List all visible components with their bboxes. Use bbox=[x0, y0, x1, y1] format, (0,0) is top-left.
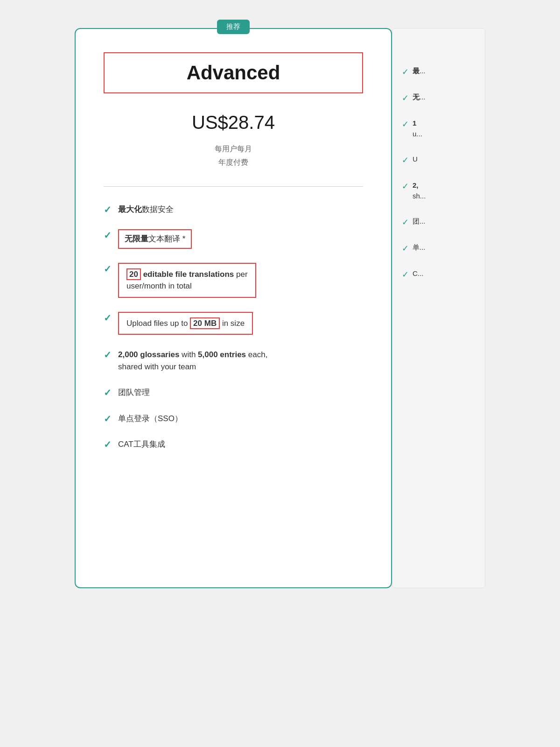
side-card-right: ✓ 最... ✓ 无... ✓ 1u... ✓ U ✓ 2,sh... ✓ 团.… bbox=[392, 28, 485, 588]
side-feature-8: ✓ C... bbox=[402, 268, 476, 280]
price-note-line2: 年度付费 bbox=[218, 158, 248, 166]
side-feature-text-1: 最... bbox=[413, 66, 426, 77]
side-check-5: ✓ bbox=[402, 181, 409, 191]
side-check-3: ✓ bbox=[402, 119, 409, 129]
side-feature-1: ✓ 最... bbox=[402, 66, 476, 77]
feature-text-cat: CAT工具集成 bbox=[118, 438, 165, 451]
price-note: 每用户每月 年度付费 bbox=[104, 142, 363, 169]
side-check-7: ✓ bbox=[402, 243, 409, 254]
price: US$28.74 bbox=[104, 112, 363, 133]
feature-item-upload: ✓ Upload files up to 20 MB in size bbox=[104, 312, 363, 335]
side-feature-text-7: 单... bbox=[413, 242, 426, 253]
features-list: ✓ 最大化数据安全 ✓ 无限量文本翻译 * ✓ 20 editab bbox=[104, 204, 363, 451]
side-feature-text-6: 团... bbox=[413, 216, 426, 227]
price-note-line1: 每用户每月 bbox=[215, 145, 252, 153]
plan-title: Advanced bbox=[123, 62, 343, 84]
check-icon-data-security: ✓ bbox=[104, 204, 112, 215]
feature-item-glossaries: ✓ 2,000 glossaries with 5,000 entries ea… bbox=[104, 349, 363, 373]
feature-bold-glossaries: 2,000 glossaries bbox=[118, 350, 179, 359]
feature-text-data-security: 最大化数据安全 bbox=[118, 204, 174, 216]
feature-item-sso: ✓ 单点登录（SSO） bbox=[104, 413, 363, 425]
check-icon-glossaries: ✓ bbox=[104, 349, 112, 360]
feature-bold-entries: 5,000 entries bbox=[198, 350, 246, 359]
side-check-2: ✓ bbox=[402, 93, 409, 103]
feature-item-file-translations: ✓ 20 editable file translations peruser/… bbox=[104, 263, 363, 298]
feature-bold-editable: editable file translations bbox=[141, 270, 234, 279]
recommended-badge: 推荐 bbox=[217, 20, 250, 34]
side-feature-2: ✓ 无... bbox=[402, 92, 476, 103]
feature-bold-data-security: 最大化 bbox=[118, 205, 142, 214]
side-feature-7: ✓ 单... bbox=[402, 242, 476, 254]
badge-text: 推荐 bbox=[226, 22, 240, 30]
feature-bold-text-translation: 无限量 bbox=[125, 234, 148, 243]
check-icon-cat: ✓ bbox=[104, 439, 112, 450]
check-icon-upload: ✓ bbox=[104, 312, 112, 324]
feature-text-team-mgmt: 团队管理 bbox=[118, 387, 150, 399]
check-icon-team-mgmt: ✓ bbox=[104, 387, 112, 398]
pricing-card-advanced: 推荐 Advanced US$28.74 每用户每月 年度付费 ✓ bbox=[75, 28, 392, 588]
feature-item-data-security: ✓ 最大化数据安全 bbox=[104, 204, 363, 216]
check-icon-file-translations: ✓ bbox=[104, 263, 112, 275]
feature-text-file-translations: 20 editable file translations peruser/mo… bbox=[118, 263, 256, 298]
check-icon-sso: ✓ bbox=[104, 413, 112, 424]
feature-text-upload: Upload files up to 20 MB in size bbox=[118, 312, 253, 335]
side-check-8: ✓ bbox=[402, 269, 409, 280]
page-container: 推荐 Advanced US$28.74 每用户每月 年度付费 ✓ bbox=[0, 28, 560, 588]
side-check-6: ✓ bbox=[402, 217, 409, 227]
number-highlight-20: 20 bbox=[126, 268, 141, 280]
price-section: US$28.74 每用户每月 年度付费 bbox=[104, 112, 363, 169]
feature-text-sso: 单点登录（SSO） bbox=[118, 413, 182, 425]
feature-text-text-translation: 无限量文本翻译 * bbox=[118, 229, 192, 249]
check-icon-text-translation: ✓ bbox=[104, 230, 112, 241]
feature-text-glossaries: 2,000 glossaries with 5,000 entries each… bbox=[118, 349, 267, 373]
side-feature-5: ✓ 2,sh... bbox=[402, 180, 476, 201]
card-content: Advanced US$28.74 每用户每月 年度付费 ✓ 最大化数据安全 bbox=[76, 29, 391, 493]
mb-highlight: 20 MB bbox=[190, 317, 220, 329]
side-feature-text-8: C... bbox=[413, 268, 423, 279]
side-feature-text-3: 1u... bbox=[413, 118, 422, 139]
side-feature-text-4: U bbox=[413, 154, 418, 165]
side-feature-text-2: 无... bbox=[413, 92, 426, 103]
side-feature-3: ✓ 1u... bbox=[402, 118, 476, 139]
side-feature-4: ✓ U bbox=[402, 154, 476, 165]
feature-item-team-mgmt: ✓ 团队管理 bbox=[104, 387, 363, 399]
feature-item-cat: ✓ CAT工具集成 bbox=[104, 438, 363, 451]
side-check-1: ✓ bbox=[402, 67, 409, 77]
feature-item-text-translation: ✓ 无限量文本翻译 * bbox=[104, 229, 363, 249]
plan-title-box: Advanced bbox=[104, 52, 363, 93]
side-feature-text-5: 2,sh... bbox=[413, 180, 426, 201]
divider bbox=[104, 186, 363, 187]
side-feature-6: ✓ 团... bbox=[402, 216, 476, 227]
side-check-4: ✓ bbox=[402, 155, 409, 165]
